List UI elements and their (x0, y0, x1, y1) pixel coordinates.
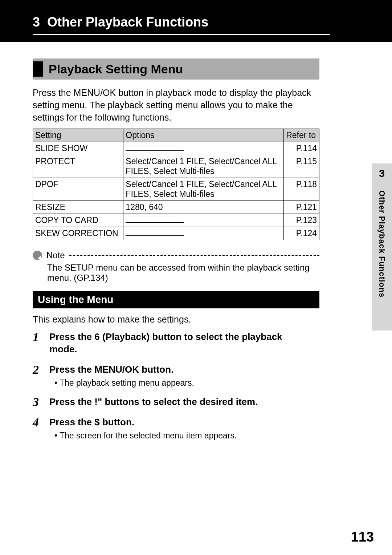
cell-options: 1280, 640 (123, 201, 284, 214)
cell-setting: RESIZE (33, 201, 123, 214)
step-subtext: The screen for the selected menu item ap… (54, 431, 319, 441)
table-row: RESIZE 1280, 640 P.121 (33, 201, 319, 214)
section-header: Playback Setting Menu (33, 58, 319, 80)
cell-options: Select/Cancel 1 FILE, Select/Cancel ALL … (123, 155, 284, 178)
cell-refer: P.121 (284, 201, 319, 214)
cell-setting: SKEW CORRECTION (33, 227, 123, 240)
step-item: 3 Press the !" buttons to select the des… (33, 396, 319, 408)
note-text: The SETUP menu can be accessed from with… (47, 263, 319, 283)
table-row: PROTECT Select/Cancel 1 FILE, Select/Can… (33, 155, 319, 178)
chapter-header-bar: 3 Other Playback Functions (0, 0, 392, 42)
dash-icon (126, 235, 184, 236)
note-header: Note (33, 250, 319, 260)
dash-icon (126, 222, 184, 223)
step-text: Press the MENU/OK button. (49, 364, 173, 376)
cell-refer: P.124 (284, 227, 319, 240)
step-number: 3 (33, 396, 43, 408)
step-text: Press the !" buttons to select the desir… (49, 396, 258, 408)
step-subtext: The playback setting menu appears. (54, 378, 319, 388)
th-setting: Setting (33, 129, 123, 142)
side-tab-text: Other Playback Functions (377, 190, 387, 297)
page-number: 113 (351, 529, 374, 545)
cell-setting: PROTECT (33, 155, 123, 178)
note-dash-line (69, 255, 319, 256)
chapter-title-text: Other Playback Functions (47, 15, 208, 29)
cell-options (123, 142, 284, 155)
th-options: Options (123, 129, 284, 142)
side-tab-number: 3 (379, 168, 385, 179)
step-text: Press the 6 (Playback) button to select … (49, 331, 311, 356)
step-item: 2 Press the MENU/OK button. The playback… (33, 364, 319, 388)
step-number: 4 (33, 416, 43, 429)
page: 3 Other Playback Functions Playback Sett… (0, 0, 392, 555)
chapter-number: 3 (33, 15, 40, 29)
cell-setting: SLIDE SHOW (33, 142, 123, 155)
cell-setting: DPOF (33, 178, 123, 201)
content-area: Playback Setting Menu Press the MENU/OK … (0, 42, 341, 441)
section-marker-icon (33, 61, 43, 77)
steps-list: 1 Press the 6 (Playback) button to selec… (33, 331, 319, 441)
table-row: SLIDE SHOW P.114 (33, 142, 319, 155)
table-row: COPY TO CARD P.123 (33, 214, 319, 227)
step-text: Press the $ button. (49, 416, 134, 429)
section-intro: Press the MENU/OK button in playback mod… (33, 87, 319, 123)
step-item: 4 Press the $ button. The screen for the… (33, 416, 319, 441)
step-number: 2 (33, 364, 43, 376)
side-tab: 3 Other Playback Functions (372, 163, 392, 331)
cell-options (123, 214, 284, 227)
cell-refer: P.123 (284, 214, 319, 227)
cell-options (123, 227, 284, 240)
note-label: Note (46, 250, 65, 260)
subsection-intro: This explains how to make the settings. (33, 313, 319, 326)
step-number: 1 (33, 331, 43, 356)
note-icon (33, 251, 42, 260)
chapter-title: 3 Other Playback Functions (33, 15, 330, 35)
cell-refer: P.118 (284, 178, 319, 201)
cell-options: Select/Cancel 1 FILE, Select/Cancel ALL … (123, 178, 284, 201)
cell-refer: P.114 (284, 142, 319, 155)
cell-refer: P.115 (284, 155, 319, 178)
table-row: SKEW CORRECTION P.124 (33, 227, 319, 240)
section-title: Playback Setting Menu (49, 62, 183, 76)
settings-table: Setting Options Refer to SLIDE SHOW P.11… (33, 129, 319, 240)
subsection-header: Using the Menu (33, 291, 319, 308)
table-row: DPOF Select/Cancel 1 FILE, Select/Cancel… (33, 178, 319, 201)
dash-icon (126, 150, 184, 151)
step-item: 1 Press the 6 (Playback) button to selec… (33, 331, 319, 356)
th-refer: Refer to (284, 129, 319, 142)
table-header-row: Setting Options Refer to (33, 129, 319, 142)
cell-setting: COPY TO CARD (33, 214, 123, 227)
